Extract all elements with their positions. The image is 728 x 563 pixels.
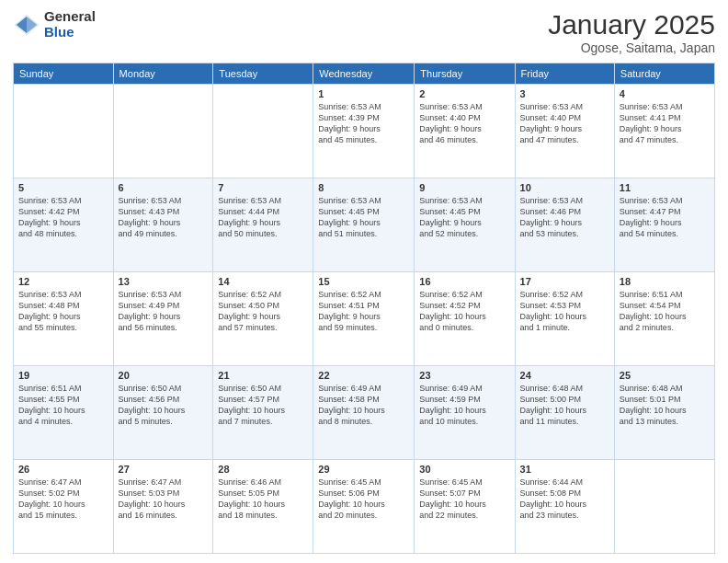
- calendar-cell: 15Sunrise: 6:52 AM Sunset: 4:51 PM Dayli…: [313, 272, 415, 366]
- calendar-cell: 5Sunrise: 6:53 AM Sunset: 4:42 PM Daylig…: [14, 178, 114, 272]
- day-number: 12: [18, 276, 108, 287]
- page: General Blue January 2025 Ogose, Saitama…: [0, 0, 728, 563]
- weekday-header: Thursday: [415, 63, 515, 85]
- calendar-cell: [113, 85, 213, 178]
- day-number: 2: [419, 88, 509, 99]
- calendar-cell: 25Sunrise: 6:48 AM Sunset: 5:01 PM Dayli…: [614, 366, 714, 460]
- day-info: Sunrise: 6:45 AM Sunset: 5:07 PM Dayligh…: [419, 477, 509, 522]
- day-info: Sunrise: 6:49 AM Sunset: 4:58 PM Dayligh…: [318, 383, 409, 428]
- day-number: 29: [318, 464, 409, 475]
- calendar-cell: 26Sunrise: 6:47 AM Sunset: 5:02 PM Dayli…: [14, 460, 114, 554]
- day-number: 16: [419, 276, 509, 287]
- day-info: Sunrise: 6:53 AM Sunset: 4:42 PM Dayligh…: [18, 195, 108, 240]
- day-number: 1: [318, 88, 409, 99]
- day-number: 4: [620, 88, 710, 99]
- day-number: 19: [18, 370, 108, 381]
- calendar-cell: 29Sunrise: 6:45 AM Sunset: 5:06 PM Dayli…: [313, 460, 415, 554]
- calendar-cell: [14, 85, 114, 178]
- day-number: 24: [520, 370, 609, 381]
- logo: General Blue: [13, 9, 96, 40]
- day-info: Sunrise: 6:52 AM Sunset: 4:53 PM Dayligh…: [520, 289, 609, 334]
- day-info: Sunrise: 6:44 AM Sunset: 5:08 PM Dayligh…: [520, 477, 609, 522]
- day-info: Sunrise: 6:52 AM Sunset: 4:52 PM Dayligh…: [419, 289, 509, 334]
- calendar-week-row: 5Sunrise: 6:53 AM Sunset: 4:42 PM Daylig…: [14, 178, 715, 272]
- calendar-cell: 6Sunrise: 6:53 AM Sunset: 4:43 PM Daylig…: [113, 178, 213, 272]
- calendar-cell: 14Sunrise: 6:52 AM Sunset: 4:50 PM Dayli…: [213, 272, 313, 366]
- day-number: 20: [119, 370, 209, 381]
- calendar-cell: 21Sunrise: 6:50 AM Sunset: 4:57 PM Dayli…: [213, 366, 313, 460]
- day-number: 9: [419, 182, 509, 193]
- day-number: 21: [218, 370, 308, 381]
- weekday-header: Friday: [515, 63, 614, 85]
- weekday-header: Sunday: [14, 63, 114, 85]
- day-info: Sunrise: 6:49 AM Sunset: 4:59 PM Dayligh…: [419, 383, 509, 428]
- calendar-week-row: 1Sunrise: 6:53 AM Sunset: 4:39 PM Daylig…: [14, 85, 715, 178]
- calendar-cell: 18Sunrise: 6:51 AM Sunset: 4:54 PM Dayli…: [614, 272, 714, 366]
- calendar-cell: 20Sunrise: 6:50 AM Sunset: 4:56 PM Dayli…: [113, 366, 213, 460]
- day-number: 18: [620, 276, 710, 287]
- day-info: Sunrise: 6:45 AM Sunset: 5:06 PM Dayligh…: [318, 477, 409, 522]
- calendar-cell: 27Sunrise: 6:47 AM Sunset: 5:03 PM Dayli…: [113, 460, 213, 554]
- header: General Blue January 2025 Ogose, Saitama…: [13, 9, 715, 55]
- day-info: Sunrise: 6:48 AM Sunset: 5:01 PM Dayligh…: [620, 383, 710, 428]
- day-info: Sunrise: 6:53 AM Sunset: 4:47 PM Dayligh…: [620, 195, 710, 240]
- calendar-cell: 1Sunrise: 6:53 AM Sunset: 4:39 PM Daylig…: [313, 85, 415, 178]
- calendar-week-row: 19Sunrise: 6:51 AM Sunset: 4:55 PM Dayli…: [14, 366, 715, 460]
- calendar-cell: 17Sunrise: 6:52 AM Sunset: 4:53 PM Dayli…: [515, 272, 614, 366]
- day-number: 23: [419, 370, 509, 381]
- day-number: 15: [318, 276, 409, 287]
- logo-icon: [13, 11, 40, 39]
- day-info: Sunrise: 6:53 AM Sunset: 4:40 PM Dayligh…: [520, 101, 609, 146]
- day-number: 14: [218, 276, 308, 287]
- day-info: Sunrise: 6:53 AM Sunset: 4:46 PM Dayligh…: [520, 195, 609, 240]
- weekday-header: Wednesday: [313, 63, 415, 85]
- day-info: Sunrise: 6:53 AM Sunset: 4:45 PM Dayligh…: [419, 195, 509, 240]
- day-info: Sunrise: 6:53 AM Sunset: 4:40 PM Dayligh…: [419, 101, 509, 146]
- day-info: Sunrise: 6:52 AM Sunset: 4:50 PM Dayligh…: [218, 289, 308, 334]
- day-info: Sunrise: 6:51 AM Sunset: 4:55 PM Dayligh…: [18, 383, 108, 428]
- calendar-cell: 2Sunrise: 6:53 AM Sunset: 4:40 PM Daylig…: [415, 85, 515, 178]
- calendar-cell: 3Sunrise: 6:53 AM Sunset: 4:40 PM Daylig…: [515, 85, 614, 178]
- weekday-header: Monday: [113, 63, 213, 85]
- day-number: 25: [620, 370, 710, 381]
- calendar-cell: 16Sunrise: 6:52 AM Sunset: 4:52 PM Dayli…: [415, 272, 515, 366]
- day-number: 26: [18, 464, 108, 475]
- day-number: 17: [520, 276, 609, 287]
- day-number: 5: [18, 182, 108, 193]
- day-number: 7: [218, 182, 308, 193]
- day-info: Sunrise: 6:53 AM Sunset: 4:45 PM Dayligh…: [318, 195, 409, 240]
- calendar-cell: 31Sunrise: 6:44 AM Sunset: 5:08 PM Dayli…: [515, 460, 614, 554]
- month-title: January 2025: [548, 9, 715, 40]
- calendar-cell: 4Sunrise: 6:53 AM Sunset: 4:41 PM Daylig…: [614, 85, 714, 178]
- day-info: Sunrise: 6:53 AM Sunset: 4:39 PM Dayligh…: [318, 101, 409, 146]
- day-info: Sunrise: 6:53 AM Sunset: 4:49 PM Dayligh…: [119, 289, 209, 334]
- calendar-cell: 28Sunrise: 6:46 AM Sunset: 5:05 PM Dayli…: [213, 460, 313, 554]
- day-number: 13: [119, 276, 209, 287]
- logo-blue: Blue: [44, 25, 96, 40]
- day-number: 3: [520, 88, 609, 99]
- logo-text: General Blue: [44, 9, 96, 40]
- day-number: 11: [620, 182, 710, 193]
- day-info: Sunrise: 6:46 AM Sunset: 5:05 PM Dayligh…: [218, 477, 308, 522]
- day-info: Sunrise: 6:52 AM Sunset: 4:51 PM Dayligh…: [318, 289, 409, 334]
- calendar-cell: 19Sunrise: 6:51 AM Sunset: 4:55 PM Dayli…: [14, 366, 114, 460]
- day-info: Sunrise: 6:50 AM Sunset: 4:56 PM Dayligh…: [119, 383, 209, 428]
- day-info: Sunrise: 6:50 AM Sunset: 4:57 PM Dayligh…: [218, 383, 308, 428]
- day-number: 30: [419, 464, 509, 475]
- day-number: 6: [119, 182, 209, 193]
- calendar-cell: 9Sunrise: 6:53 AM Sunset: 4:45 PM Daylig…: [415, 178, 515, 272]
- calendar-cell: [213, 85, 313, 178]
- weekday-header: Tuesday: [213, 63, 313, 85]
- day-number: 8: [318, 182, 409, 193]
- day-number: 10: [520, 182, 609, 193]
- day-info: Sunrise: 6:51 AM Sunset: 4:54 PM Dayligh…: [620, 289, 710, 334]
- day-info: Sunrise: 6:53 AM Sunset: 4:44 PM Dayligh…: [218, 195, 308, 240]
- calendar-cell: 30Sunrise: 6:45 AM Sunset: 5:07 PM Dayli…: [415, 460, 515, 554]
- day-info: Sunrise: 6:53 AM Sunset: 4:48 PM Dayligh…: [18, 289, 108, 334]
- logo-general: General: [44, 9, 96, 25]
- day-info: Sunrise: 6:53 AM Sunset: 4:41 PM Dayligh…: [620, 101, 710, 146]
- day-number: 27: [119, 464, 209, 475]
- day-info: Sunrise: 6:53 AM Sunset: 4:43 PM Dayligh…: [119, 195, 209, 240]
- calendar-cell: 10Sunrise: 6:53 AM Sunset: 4:46 PM Dayli…: [515, 178, 614, 272]
- title-area: January 2025 Ogose, Saitama, Japan: [548, 9, 715, 55]
